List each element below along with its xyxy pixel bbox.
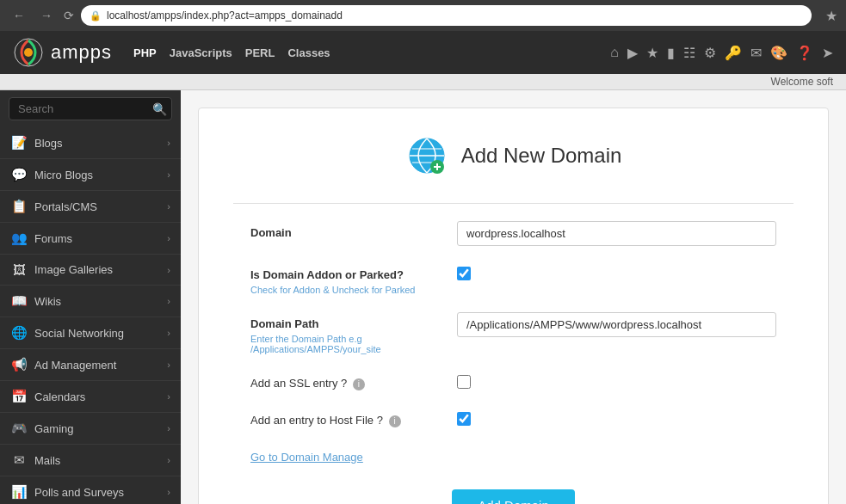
home-icon[interactable]: ⌂ xyxy=(610,45,619,60)
domain-input-col xyxy=(457,221,776,246)
arrow-icon-3: › xyxy=(167,201,170,212)
arrow-icon: › xyxy=(167,138,170,148)
search-button[interactable]: 🔍 xyxy=(152,102,167,116)
sidebar-label-mails: Mails xyxy=(34,454,160,467)
sidebar-label-polls-surveys: Polls and Surveys xyxy=(34,486,160,499)
grid-icon[interactable]: ☷ xyxy=(683,45,695,61)
arrow-icon-5: › xyxy=(167,265,170,275)
sidebar-search-container: 🔍 xyxy=(0,90,181,127)
sidebar-item-ad-management[interactable]: 📢 Ad Management › xyxy=(0,349,181,381)
domain-path-label: Domain Path xyxy=(250,317,440,330)
polls-surveys-icon: 📊 xyxy=(10,484,28,500)
settings-icon[interactable]: ⚙ xyxy=(704,45,716,61)
play-icon[interactable]: ▶ xyxy=(627,45,638,61)
go-to-domain-link[interactable]: Go to Domain Manage xyxy=(250,451,363,464)
welcome-text: Welcome soft xyxy=(771,76,833,88)
addon-parked-label: Is Domain Addon or Parked? xyxy=(250,268,440,281)
sidebar-item-portals[interactable]: 📋 Portals/CMS › xyxy=(0,191,181,223)
ssl-info-icon[interactable]: i xyxy=(353,378,365,390)
nav-perl[interactable]: PERL xyxy=(245,46,275,59)
arrow-icon-7: › xyxy=(167,328,170,338)
sidebar-item-mails[interactable]: ✉ Mails › xyxy=(0,445,181,476)
domain-manage-row: Go to Domain Manage xyxy=(250,446,776,464)
sidebar-label-micro-blogs: Micro Blogs xyxy=(34,169,160,181)
star-icon[interactable]: ★ xyxy=(646,45,658,61)
welcome-bar: Welcome soft xyxy=(0,74,846,90)
host-file-info-icon[interactable]: i xyxy=(389,415,401,427)
host-file-label-col: Add an entry to Host File ? i xyxy=(250,409,440,427)
arrow-icon-4: › xyxy=(167,233,170,243)
sidebar-item-micro-blogs[interactable]: 💬 Micro Blogs › xyxy=(0,159,181,191)
addon-checkbox-col xyxy=(457,263,776,283)
header-icons: ⌂ ▶ ★ ▮ ☷ ⚙ 🔑 ✉ 🎨 ❓ ➤ xyxy=(610,45,833,61)
social-networking-icon: 🌐 xyxy=(10,325,28,341)
arrow-icon-2: › xyxy=(167,169,170,180)
domain-path-input-col xyxy=(457,312,776,337)
sidebar-label-social-networking: Social Networking xyxy=(34,327,160,340)
calendars-icon: 📅 xyxy=(10,389,28,404)
sidebar-label-gaming: Gaming xyxy=(34,422,160,435)
mails-icon: ✉ xyxy=(10,452,28,468)
sidebar-item-forums[interactable]: 👥 Forums › xyxy=(0,223,181,255)
svg-point-1 xyxy=(24,48,33,57)
sidebar-item-wikis[interactable]: 📖 Wikis › xyxy=(0,286,181,317)
ssl-row: Add an SSL entry ? i xyxy=(250,372,776,391)
host-file-label: Add an entry to Host File ? i xyxy=(250,414,440,427)
addon-parked-checkbox[interactable] xyxy=(457,267,471,280)
domain-path-input[interactable] xyxy=(457,312,776,337)
mail-icon[interactable]: ✉ xyxy=(750,45,762,61)
gaming-icon: 🎮 xyxy=(10,421,28,436)
search-input[interactable] xyxy=(9,97,172,120)
domain-manage-col: Go to Domain Manage xyxy=(250,446,440,464)
sidebar-label-forums: Forums xyxy=(34,232,160,245)
blogs-icon: 📝 xyxy=(10,135,28,151)
sidebar-item-polls-surveys[interactable]: 📊 Polls and Surveys › xyxy=(0,476,181,504)
sidebar-item-gaming[interactable]: 🎮 Gaming › xyxy=(0,413,181,445)
domain-path-row: Domain Path Enter the Domain Path e.g /A… xyxy=(250,312,776,354)
form-section: Domain Is Domain Addon or Parked? Check … xyxy=(233,221,794,504)
sidebar-label-image-galleries: Image Galleries xyxy=(34,263,160,276)
arrow-icon-9: › xyxy=(167,391,170,402)
domain-path-hint: Enter the Domain Path e.g /Applications/… xyxy=(250,334,440,354)
nav-javascripts[interactable]: JavaScripts xyxy=(170,46,232,59)
image-galleries-icon: 🖼 xyxy=(10,262,28,277)
key-icon[interactable]: 🔑 xyxy=(725,45,742,61)
sidebar-label-portals: Portals/CMS xyxy=(34,200,160,213)
back-button[interactable]: ← xyxy=(9,7,29,24)
app-logo: ampps xyxy=(13,37,112,68)
sidebar-label-blogs: Blogs xyxy=(34,137,160,150)
url-text: localhost/ampps/index.php?act=ampps_doma… xyxy=(107,9,343,22)
copy-icon[interactable]: ▮ xyxy=(667,45,675,61)
refresh-icon[interactable]: ⟳ xyxy=(64,9,74,22)
palette-icon[interactable]: 🎨 xyxy=(770,45,787,61)
bookmark-icon[interactable]: ★ xyxy=(825,8,837,24)
sidebar-item-blogs[interactable]: 📝 Blogs › xyxy=(0,127,181,159)
ssl-checkbox-col xyxy=(457,372,776,391)
exit-icon[interactable]: ➤ xyxy=(822,45,833,61)
lock-icon: 🔒 xyxy=(90,10,102,22)
add-domain-button[interactable]: Add Domain xyxy=(452,489,575,504)
url-bar[interactable]: 🔒 localhost/ampps/index.php?act=ampps_do… xyxy=(81,5,812,26)
ssl-checkbox[interactable] xyxy=(457,375,471,389)
sidebar-label-calendars: Calendars xyxy=(34,390,160,403)
sidebar-item-calendars[interactable]: 📅 Calendars › xyxy=(0,381,181,413)
sidebar-item-image-galleries[interactable]: 🖼 Image Galleries › xyxy=(0,255,181,286)
host-file-checkbox[interactable] xyxy=(457,412,471,426)
arrow-icon-11: › xyxy=(167,455,170,465)
nav-classes[interactable]: Classes xyxy=(287,46,330,59)
ad-management-icon: 📢 xyxy=(10,357,28,372)
globe-add-icon xyxy=(405,134,448,177)
nav-php[interactable]: PHP xyxy=(133,46,157,59)
forward-button[interactable]: → xyxy=(36,7,57,24)
forums-icon: 👥 xyxy=(10,230,28,246)
portals-icon: 📋 xyxy=(10,199,28,214)
domain-input[interactable] xyxy=(457,221,776,246)
sidebar: 🔍 📝 Blogs › 💬 Micro Blogs › 📋 Portals/CM… xyxy=(0,90,181,504)
host-file-checkbox-col xyxy=(457,409,776,428)
host-file-row: Add an entry to Host File ? i xyxy=(250,409,776,428)
page-title: Add New Domain xyxy=(461,144,622,168)
help-icon[interactable]: ❓ xyxy=(796,45,813,61)
arrow-icon-12: › xyxy=(167,487,170,497)
sidebar-item-social-networking[interactable]: 🌐 Social Networking › xyxy=(0,317,181,349)
sidebar-label-ad-management: Ad Management xyxy=(34,359,160,372)
